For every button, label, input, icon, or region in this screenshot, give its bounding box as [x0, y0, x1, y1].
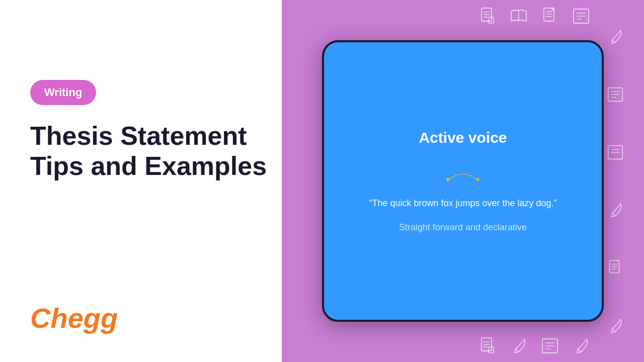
svg-line-27 — [612, 39, 615, 42]
bottom-deco-row — [347, 336, 591, 356]
svg-line-26 — [578, 349, 581, 352]
doc-icon-1 — [477, 6, 498, 26]
chegg-logo: Chegg — [30, 302, 118, 334]
book-icon — [509, 6, 529, 26]
left-section: Writing Thesis Statement Tips and Exampl… — [0, 0, 312, 362]
list-icon-bottom — [540, 336, 560, 356]
svg-rect-20 — [489, 347, 494, 353]
ri-quill-3 — [606, 316, 625, 335]
ri-doc-1 — [606, 258, 625, 278]
arc-arrows-icon — [440, 164, 486, 185]
top-deco-row — [347, 6, 591, 26]
content-card: Active voice “The quick brown fox jumps … — [322, 40, 604, 322]
quill-icon-bottom — [509, 336, 529, 356]
writing-badge: Writing — [30, 80, 96, 105]
card-subtitle: Straight forward and declarative — [399, 222, 527, 233]
quill-icon-bottom-2 — [571, 336, 591, 356]
right-section: Active voice “The quick brown fox jumps … — [282, 0, 644, 362]
main-title: Thesis Statement Tips and Examples — [30, 121, 312, 182]
svg-line-40 — [612, 328, 615, 331]
card-title: Active voice — [419, 129, 507, 146]
svg-rect-4 — [489, 17, 494, 23]
ri-quill-2 — [606, 201, 625, 220]
list-icon-top — [571, 6, 591, 26]
ri-quill-1 — [606, 27, 625, 46]
ri-list-1 — [606, 85, 625, 104]
svg-line-21 — [516, 349, 519, 352]
svg-line-35 — [612, 213, 615, 216]
card-quote: “The quick brown fox jumps over the lazy… — [369, 197, 556, 210]
ri-list-2 — [606, 143, 625, 162]
doc-icon-bottom-1 — [477, 336, 498, 356]
doc-icon-2 — [540, 6, 560, 26]
